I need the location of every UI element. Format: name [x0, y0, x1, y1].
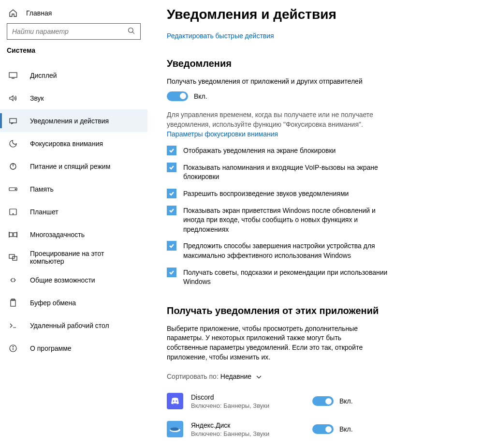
tablet-icon [9, 208, 17, 216]
home-label: Главная [26, 9, 52, 17]
home-button[interactable]: Главная [0, 6, 147, 23]
sidebar-item-label: Уведомления и действия [30, 117, 109, 125]
edit-quick-actions-link[interactable]: Редактировать быстрые действия [167, 32, 463, 40]
sidebar-item-notifications[interactable]: Уведомления и действия [0, 109, 147, 132]
svg-rect-11 [9, 233, 13, 237]
sidebar-item-label: О программе [30, 344, 72, 352]
sort-label: Сортировать по: [167, 373, 219, 380]
focus-settings-link[interactable]: Параметры фокусировки внимания [167, 130, 463, 138]
checkbox-tips[interactable] [167, 268, 176, 277]
storage-icon [9, 185, 17, 194]
sidebar: Главная Система Дисплей Звук Уведомления… [0, 0, 147, 448]
notifications-heading: Уведомления [167, 58, 463, 69]
svg-rect-2 [9, 73, 17, 77]
svg-rect-4 [10, 119, 16, 123]
checkbox-setup[interactable] [167, 241, 176, 251]
check-label: Показывать напоминания и входящие VoIP-в… [183, 163, 394, 182]
sidebar-item-clipboard[interactable]: Буфер обмена [0, 291, 147, 314]
sidebar-item-remote[interactable]: Удаленный рабочий стол [0, 314, 147, 337]
check-row: Разрешить воспроизведение звуков уведомл… [167, 189, 394, 199]
sidebar-item-storage[interactable]: Память [0, 178, 147, 200]
checkbox-sounds[interactable] [167, 189, 176, 198]
check-row: Показывать экран приветствия Windows пос… [167, 206, 394, 235]
sidebar-item-sound[interactable]: Звук [0, 87, 147, 109]
check-label: Показывать экран приветствия Windows пос… [183, 206, 394, 235]
toggle-state-label: Вкл. [339, 425, 353, 433]
sidebar-item-multitask[interactable]: Многозадачность [0, 223, 147, 246]
search-box[interactable] [7, 23, 141, 40]
apps-description: Выберите приложение, чтобы просмотреть д… [167, 324, 370, 362]
sidebar-heading: Система [0, 46, 147, 57]
check-label: Получать советы, подсказки и рекомендаци… [183, 268, 394, 287]
sound-icon [9, 94, 17, 103]
sidebar-item-label: Память [30, 185, 54, 193]
sidebar-item-shared[interactable]: Общие возможности [0, 269, 147, 291]
clipboard-icon [9, 299, 17, 307]
chevron-down-icon [256, 373, 262, 380]
search-input[interactable] [12, 28, 128, 35]
apps-heading: Получать уведомления от этих приложений [167, 305, 463, 316]
page-title: Уведомления и действия [167, 7, 463, 22]
sidebar-item-label: Дисплей [30, 72, 57, 79]
check-row: Предложить способы завершения настройки … [167, 241, 394, 260]
check-label: Разрешить воспроизведение звуков уведомл… [183, 189, 349, 199]
multitask-icon [9, 230, 17, 239]
svg-point-21 [13, 346, 13, 346]
toggle-state-label: Вкл. [194, 92, 207, 100]
focus-icon [9, 139, 17, 148]
sidebar-item-focus[interactable]: Фокусировка внимания [0, 132, 147, 155]
app-name: Discord [191, 393, 305, 401]
svg-point-25 [170, 428, 179, 431]
power-icon [9, 162, 17, 171]
app-name: Яндекс.Диск [191, 421, 305, 429]
check-row: Отображать уведомления на экране блокиро… [167, 146, 394, 156]
checkbox-lockscreen[interactable] [167, 146, 176, 155]
sidebar-item-label: Удаленный рабочий стол [30, 322, 109, 329]
notification-options: Отображать уведомления на экране блокиро… [167, 146, 394, 287]
shared-icon [9, 276, 17, 284]
app-sub: Включено: Баннеры, Звуки [191, 430, 305, 437]
svg-rect-12 [14, 233, 17, 237]
sidebar-item-label: Питание и спящий режим [30, 163, 110, 170]
svg-point-0 [129, 28, 133, 32]
about-icon [9, 344, 17, 353]
checkbox-voip[interactable] [167, 163, 176, 172]
toggle-state-label: Вкл. [339, 397, 353, 405]
search-icon [128, 27, 135, 36]
sort-by-button[interactable]: Сортировать по: Недавние [167, 373, 463, 380]
check-row: Получать советы, подсказки и рекомендаци… [167, 268, 394, 287]
app-toggle-yandex[interactable] [312, 424, 334, 434]
svg-line-1 [132, 32, 134, 34]
remote-icon [9, 321, 17, 330]
check-row: Показывать напоминания и входящие VoIP-в… [167, 163, 394, 182]
sidebar-item-label: Фокусировка внимания [30, 140, 103, 148]
check-label: Отображать уведомления на экране блокиро… [183, 146, 336, 156]
sidebar-item-power[interactable]: Питание и спящий режим [0, 155, 147, 178]
sidebar-item-label: Проецирование на этот компьютер [30, 250, 139, 265]
checkbox-welcome[interactable] [167, 206, 176, 215]
svg-point-10 [13, 213, 13, 214]
svg-rect-17 [11, 300, 15, 306]
svg-point-8 [15, 189, 16, 190]
sidebar-item-label: Многозадачность [30, 231, 85, 239]
discord-icon [167, 393, 183, 409]
sidebar-item-project[interactable]: Проецирование на этот компьютер [0, 246, 147, 269]
sidebar-item-label: Буфер обмена [30, 299, 76, 307]
sidebar-item-label: Планшет [30, 208, 58, 216]
sidebar-item-display[interactable]: Дисплей [0, 64, 147, 87]
svg-point-23 [176, 401, 177, 402]
svg-point-22 [173, 401, 175, 402]
app-row-discord[interactable]: Discord Включено: Баннеры, Звуки Вкл. [167, 387, 463, 415]
sort-value: Недавние [220, 373, 251, 380]
sidebar-item-about[interactable]: О программе [0, 337, 147, 359]
notifications-toggle[interactable] [167, 91, 188, 101]
sidebar-item-label: Звук [30, 94, 44, 102]
app-row-yandex[interactable]: Яндекс.Диск Включено: Баннеры, Звуки Вкл… [167, 415, 463, 443]
main-content: Уведомления и действия Редактировать быс… [147, 0, 482, 448]
focus-description: Для управления временем, когда вы получа… [167, 110, 380, 130]
project-icon [9, 253, 17, 262]
app-toggle-discord[interactable] [312, 396, 334, 406]
receive-notifications-text: Получать уведомления от приложений и дру… [167, 77, 380, 87]
sidebar-item-tablet[interactable]: Планшет [0, 200, 147, 223]
display-icon [9, 71, 17, 80]
